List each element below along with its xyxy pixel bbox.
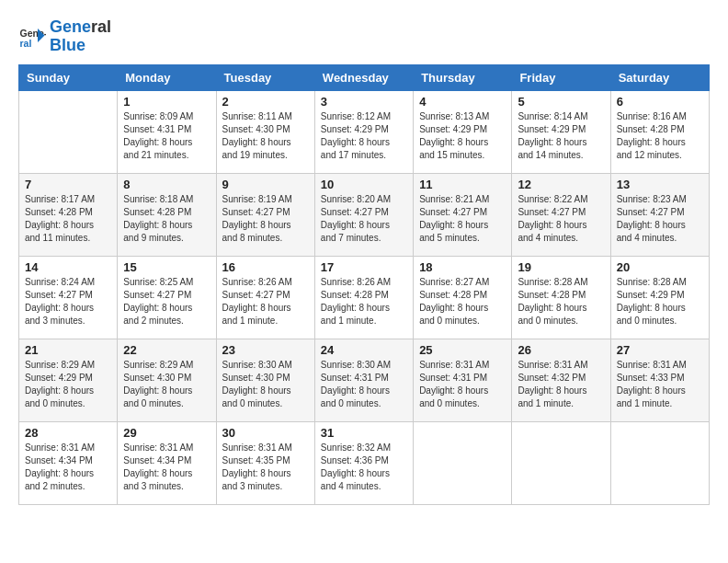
cell-info: Sunrise: 8:22 AM Sunset: 4:27 PM Dayligh… [518, 193, 604, 245]
calendar-cell: 9Sunrise: 8:19 AM Sunset: 4:27 PM Daylig… [216, 173, 314, 256]
day-number: 27 [617, 343, 703, 357]
day-number: 10 [321, 178, 407, 191]
calendar-cell: 31Sunrise: 8:32 AM Sunset: 4:36 PM Dayli… [314, 421, 413, 504]
calendar-cell: 6Sunrise: 8:16 AM Sunset: 4:28 PM Daylig… [610, 90, 709, 173]
calendar-body: 1Sunrise: 8:09 AM Sunset: 4:31 PM Daylig… [19, 90, 710, 504]
day-header-friday: Friday [512, 64, 610, 90]
cell-info: Sunrise: 8:26 AM Sunset: 4:28 PM Dayligh… [321, 276, 407, 327]
day-number: 18 [419, 260, 506, 274]
day-number: 28 [25, 426, 111, 440]
week-row-5: 28Sunrise: 8:31 AM Sunset: 4:34 PM Dayli… [19, 421, 710, 504]
day-header-saturday: Saturday [610, 64, 709, 90]
cell-info: Sunrise: 8:31 AM Sunset: 4:31 PM Dayligh… [419, 359, 506, 410]
calendar-cell: 29Sunrise: 8:31 AM Sunset: 4:34 PM Dayli… [118, 421, 216, 504]
cell-info: Sunrise: 8:32 AM Sunset: 4:36 PM Dayligh… [321, 442, 407, 493]
day-number: 7 [25, 178, 111, 191]
calendar-cell: 26Sunrise: 8:31 AM Sunset: 4:32 PM Dayli… [512, 339, 610, 421]
cell-info: Sunrise: 8:30 AM Sunset: 4:30 PM Dayligh… [222, 359, 309, 410]
cell-info: Sunrise: 8:17 AM Sunset: 4:28 PM Dayligh… [25, 193, 111, 245]
day-number: 15 [123, 260, 210, 274]
cell-info: Sunrise: 8:29 AM Sunset: 4:29 PM Dayligh… [25, 359, 111, 410]
day-number: 25 [419, 343, 506, 357]
calendar-cell [610, 421, 709, 504]
day-number: 3 [321, 95, 407, 109]
day-number: 14 [25, 260, 111, 274]
calendar-cell: 16Sunrise: 8:26 AM Sunset: 4:27 PM Dayli… [216, 256, 314, 339]
week-row-1: 1Sunrise: 8:09 AM Sunset: 4:31 PM Daylig… [19, 90, 710, 173]
day-number: 21 [25, 343, 111, 357]
logo: Gene- ral General Blue [18, 18, 111, 55]
day-number: 9 [222, 178, 309, 191]
day-number: 5 [518, 95, 604, 109]
cell-info: Sunrise: 8:19 AM Sunset: 4:27 PM Dayligh… [222, 193, 309, 245]
week-row-4: 21Sunrise: 8:29 AM Sunset: 4:29 PM Dayli… [19, 339, 710, 421]
cell-info: Sunrise: 8:13 AM Sunset: 4:29 PM Dayligh… [419, 110, 506, 162]
day-number: 16 [222, 260, 309, 274]
calendar-table: SundayMondayTuesdayWednesdayThursdayFrid… [18, 64, 710, 505]
day-number: 22 [123, 343, 210, 357]
cell-info: Sunrise: 8:24 AM Sunset: 4:27 PM Dayligh… [25, 276, 111, 327]
cell-info: Sunrise: 8:11 AM Sunset: 4:30 PM Dayligh… [222, 110, 309, 162]
day-header-thursday: Thursday [414, 64, 512, 90]
calendar-cell: 3Sunrise: 8:12 AM Sunset: 4:29 PM Daylig… [314, 90, 413, 173]
cell-info: Sunrise: 8:26 AM Sunset: 4:27 PM Dayligh… [222, 276, 309, 327]
day-header-monday: Monday [118, 64, 216, 90]
calendar-cell [512, 421, 610, 504]
calendar-cell: 15Sunrise: 8:25 AM Sunset: 4:27 PM Dayli… [118, 256, 216, 339]
cell-info: Sunrise: 8:14 AM Sunset: 4:29 PM Dayligh… [518, 110, 604, 162]
svg-text:ral: ral [20, 37, 32, 48]
logo-icon: Gene- ral [18, 23, 46, 51]
calendar-cell: 13Sunrise: 8:23 AM Sunset: 4:27 PM Dayli… [610, 173, 709, 256]
calendar-cell: 30Sunrise: 8:31 AM Sunset: 4:35 PM Dayli… [216, 421, 314, 504]
day-number: 17 [321, 260, 407, 274]
calendar-cell [19, 90, 118, 173]
cell-info: Sunrise: 8:28 AM Sunset: 4:29 PM Dayligh… [617, 276, 703, 327]
day-number: 19 [518, 260, 604, 274]
cell-info: Sunrise: 8:23 AM Sunset: 4:27 PM Dayligh… [617, 193, 703, 245]
day-header-sunday: Sunday [19, 64, 118, 90]
day-number: 31 [321, 426, 407, 440]
calendar-cell: 21Sunrise: 8:29 AM Sunset: 4:29 PM Dayli… [19, 339, 118, 421]
calendar-cell: 2Sunrise: 8:11 AM Sunset: 4:30 PM Daylig… [216, 90, 314, 173]
day-number: 6 [617, 95, 703, 109]
cell-info: Sunrise: 8:09 AM Sunset: 4:31 PM Dayligh… [123, 110, 210, 162]
logo-text: General Blue [50, 18, 111, 55]
calendar-cell: 1Sunrise: 8:09 AM Sunset: 4:31 PM Daylig… [118, 90, 216, 173]
calendar-cell: 19Sunrise: 8:28 AM Sunset: 4:28 PM Dayli… [512, 256, 610, 339]
calendar-cell: 20Sunrise: 8:28 AM Sunset: 4:29 PM Dayli… [610, 256, 709, 339]
calendar-cell: 17Sunrise: 8:26 AM Sunset: 4:28 PM Dayli… [314, 256, 413, 339]
calendar-cell: 12Sunrise: 8:22 AM Sunset: 4:27 PM Dayli… [512, 173, 610, 256]
calendar-cell: 27Sunrise: 8:31 AM Sunset: 4:33 PM Dayli… [610, 339, 709, 421]
day-number: 2 [222, 95, 309, 109]
calendar-cell: 5Sunrise: 8:14 AM Sunset: 4:29 PM Daylig… [512, 90, 610, 173]
day-number: 23 [222, 343, 309, 357]
day-number: 1 [123, 95, 210, 109]
cell-info: Sunrise: 8:31 AM Sunset: 4:34 PM Dayligh… [25, 442, 111, 493]
cell-info: Sunrise: 8:31 AM Sunset: 4:32 PM Dayligh… [518, 359, 604, 410]
day-number: 4 [419, 95, 506, 109]
day-number: 20 [617, 260, 703, 274]
cell-info: Sunrise: 8:12 AM Sunset: 4:29 PM Dayligh… [321, 110, 407, 162]
day-number: 11 [419, 178, 506, 191]
calendar-cell: 14Sunrise: 8:24 AM Sunset: 4:27 PM Dayli… [19, 256, 118, 339]
calendar-cell: 22Sunrise: 8:29 AM Sunset: 4:30 PM Dayli… [118, 339, 216, 421]
calendar-cell: 28Sunrise: 8:31 AM Sunset: 4:34 PM Dayli… [19, 421, 118, 504]
cell-info: Sunrise: 8:25 AM Sunset: 4:27 PM Dayligh… [123, 276, 210, 327]
calendar-cell: 23Sunrise: 8:30 AM Sunset: 4:30 PM Dayli… [216, 339, 314, 421]
day-number: 24 [321, 343, 407, 357]
day-number: 26 [518, 343, 604, 357]
cell-info: Sunrise: 8:21 AM Sunset: 4:27 PM Dayligh… [419, 193, 506, 245]
cell-info: Sunrise: 8:29 AM Sunset: 4:30 PM Dayligh… [123, 359, 210, 410]
cell-info: Sunrise: 8:31 AM Sunset: 4:34 PM Dayligh… [123, 442, 210, 493]
cell-info: Sunrise: 8:20 AM Sunset: 4:27 PM Dayligh… [321, 193, 407, 245]
page-header: Gene- ral General Blue [18, 18, 710, 55]
header-row: SundayMondayTuesdayWednesdayThursdayFrid… [19, 64, 710, 90]
cell-info: Sunrise: 8:16 AM Sunset: 4:28 PM Dayligh… [617, 110, 703, 162]
calendar-cell: 11Sunrise: 8:21 AM Sunset: 4:27 PM Dayli… [414, 173, 512, 256]
calendar-cell [414, 421, 512, 504]
day-number: 12 [518, 178, 604, 191]
day-header-tuesday: Tuesday [216, 64, 314, 90]
day-number: 30 [222, 426, 309, 440]
cell-info: Sunrise: 8:18 AM Sunset: 4:28 PM Dayligh… [123, 193, 210, 245]
calendar-cell: 4Sunrise: 8:13 AM Sunset: 4:29 PM Daylig… [414, 90, 512, 173]
